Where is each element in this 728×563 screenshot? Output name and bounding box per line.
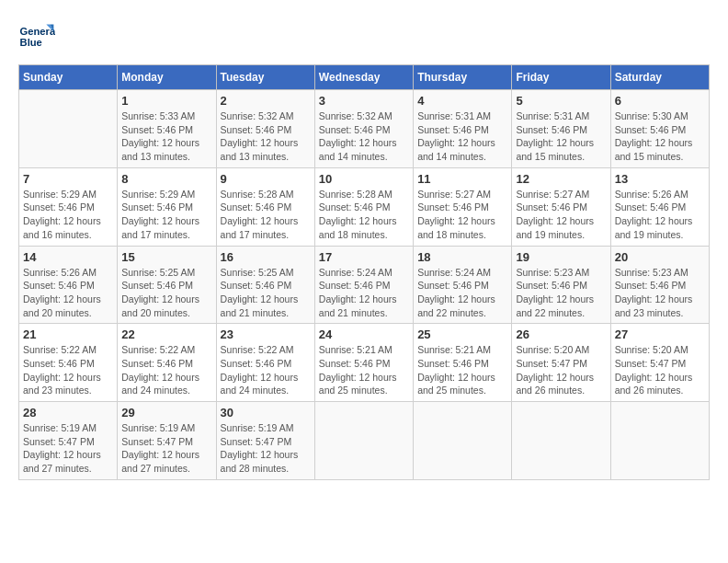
day-info: Sunrise: 5:31 AM Sunset: 5:46 PM Dayligh… <box>417 109 507 164</box>
day-info: Sunrise: 5:20 AM Sunset: 5:47 PM Dayligh… <box>615 343 705 397</box>
day-info: Sunrise: 5:23 AM Sunset: 5:46 PM Dayligh… <box>615 266 705 320</box>
calendar-cell: 17Sunrise: 5:24 AM Sunset: 5:46 PM Dayli… <box>314 246 413 324</box>
day-number: 18 <box>417 250 507 264</box>
day-number: 5 <box>516 94 606 108</box>
day-info: Sunrise: 5:28 AM Sunset: 5:46 PM Dayligh… <box>221 188 311 242</box>
calendar-cell: 25Sunrise: 5:21 AM Sunset: 5:46 PM Dayli… <box>414 324 512 402</box>
calendar-cell: 8Sunrise: 5:29 AM Sunset: 5:46 PM Daylig… <box>118 167 216 246</box>
day-info: Sunrise: 5:20 AM Sunset: 5:47 PM Dayligh… <box>516 343 606 397</box>
weekday-header: Tuesday <box>216 65 314 90</box>
calendar-cell: 19Sunrise: 5:23 AM Sunset: 5:46 PM Dayli… <box>512 246 610 324</box>
day-info: Sunrise: 5:30 AM Sunset: 5:46 PM Dayligh… <box>615 109 705 164</box>
calendar-cell: 2Sunrise: 5:32 AM Sunset: 5:46 PM Daylig… <box>216 90 314 168</box>
day-info: Sunrise: 5:26 AM Sunset: 5:46 PM Dayligh… <box>615 188 705 242</box>
day-info: Sunrise: 5:32 AM Sunset: 5:46 PM Dayligh… <box>221 109 311 164</box>
day-number: 9 <box>221 172 311 186</box>
calendar-cell: 30Sunrise: 5:19 AM Sunset: 5:47 PM Dayli… <box>216 402 314 480</box>
day-info: Sunrise: 5:22 AM Sunset: 5:46 PM Dayligh… <box>121 343 211 397</box>
day-number: 23 <box>221 327 311 341</box>
calendar-cell: 18Sunrise: 5:24 AM Sunset: 5:46 PM Dayli… <box>414 246 512 324</box>
calendar-cell: 22Sunrise: 5:22 AM Sunset: 5:46 PM Dayli… <box>118 324 216 402</box>
day-info: Sunrise: 5:19 AM Sunset: 5:47 PM Dayligh… <box>221 421 311 476</box>
day-info: Sunrise: 5:19 AM Sunset: 5:47 PM Dayligh… <box>121 421 211 476</box>
day-info: Sunrise: 5:26 AM Sunset: 5:46 PM Dayligh… <box>23 266 113 320</box>
day-info: Sunrise: 5:27 AM Sunset: 5:46 PM Dayligh… <box>417 188 507 242</box>
day-info: Sunrise: 5:32 AM Sunset: 5:46 PM Dayligh… <box>319 109 409 164</box>
calendar-cell: 26Sunrise: 5:20 AM Sunset: 5:47 PM Dayli… <box>512 324 610 402</box>
calendar-cell: 6Sunrise: 5:30 AM Sunset: 5:46 PM Daylig… <box>610 90 709 168</box>
weekday-header: Friday <box>512 65 610 90</box>
day-number: 22 <box>121 327 211 341</box>
calendar-cell: 3Sunrise: 5:32 AM Sunset: 5:46 PM Daylig… <box>314 90 413 168</box>
day-info: Sunrise: 5:28 AM Sunset: 5:46 PM Dayligh… <box>319 188 409 242</box>
day-number: 2 <box>221 94 311 108</box>
weekday-header: Sunday <box>19 65 118 90</box>
svg-text:Blue: Blue <box>20 37 42 48</box>
day-number: 3 <box>319 94 409 108</box>
calendar-cell: 12Sunrise: 5:27 AM Sunset: 5:46 PM Dayli… <box>512 167 610 246</box>
calendar-cell <box>314 402 413 480</box>
day-info: Sunrise: 5:31 AM Sunset: 5:46 PM Dayligh… <box>516 109 606 164</box>
calendar-cell <box>512 402 610 480</box>
page-header: General Blue <box>18 18 710 55</box>
weekday-header: Monday <box>118 65 216 90</box>
day-number: 14 <box>23 250 113 264</box>
calendar-cell: 24Sunrise: 5:21 AM Sunset: 5:46 PM Dayli… <box>314 324 413 402</box>
calendar-week-row: 7Sunrise: 5:29 AM Sunset: 5:46 PM Daylig… <box>19 167 710 246</box>
day-info: Sunrise: 5:21 AM Sunset: 5:46 PM Dayligh… <box>319 343 409 397</box>
day-number: 12 <box>516 172 606 186</box>
day-number: 13 <box>615 172 705 186</box>
day-number: 24 <box>319 327 409 341</box>
day-info: Sunrise: 5:27 AM Sunset: 5:46 PM Dayligh… <box>516 188 606 242</box>
calendar-cell: 13Sunrise: 5:26 AM Sunset: 5:46 PM Dayli… <box>610 167 709 246</box>
day-number: 4 <box>417 94 507 108</box>
day-number: 30 <box>221 406 311 419</box>
calendar-cell <box>414 402 512 480</box>
calendar-cell: 5Sunrise: 5:31 AM Sunset: 5:46 PM Daylig… <box>512 90 610 168</box>
day-number: 1 <box>121 94 211 108</box>
logo: General Blue <box>18 18 59 55</box>
general-blue-logo-icon: General Blue <box>18 18 55 55</box>
day-info: Sunrise: 5:29 AM Sunset: 5:46 PM Dayligh… <box>121 188 211 242</box>
calendar-week-row: 21Sunrise: 5:22 AM Sunset: 5:46 PM Dayli… <box>19 324 710 402</box>
weekday-header: Wednesday <box>314 65 413 90</box>
calendar-week-row: 14Sunrise: 5:26 AM Sunset: 5:46 PM Dayli… <box>19 246 710 324</box>
calendar-week-row: 28Sunrise: 5:19 AM Sunset: 5:47 PM Dayli… <box>19 402 710 480</box>
day-number: 27 <box>615 327 705 341</box>
calendar-cell: 10Sunrise: 5:28 AM Sunset: 5:46 PM Dayli… <box>314 167 413 246</box>
day-info: Sunrise: 5:29 AM Sunset: 5:46 PM Dayligh… <box>23 188 113 242</box>
day-number: 26 <box>516 327 606 341</box>
day-number: 7 <box>23 172 113 186</box>
day-number: 25 <box>417 327 507 341</box>
day-info: Sunrise: 5:19 AM Sunset: 5:47 PM Dayligh… <box>23 421 113 476</box>
day-info: Sunrise: 5:24 AM Sunset: 5:46 PM Dayligh… <box>319 266 409 320</box>
calendar-cell: 15Sunrise: 5:25 AM Sunset: 5:46 PM Dayli… <box>118 246 216 324</box>
calendar-cell: 27Sunrise: 5:20 AM Sunset: 5:47 PM Dayli… <box>610 324 709 402</box>
calendar-cell: 29Sunrise: 5:19 AM Sunset: 5:47 PM Dayli… <box>118 402 216 480</box>
calendar-cell: 23Sunrise: 5:22 AM Sunset: 5:46 PM Dayli… <box>216 324 314 402</box>
calendar-cell: 21Sunrise: 5:22 AM Sunset: 5:46 PM Dayli… <box>19 324 118 402</box>
calendar-cell: 7Sunrise: 5:29 AM Sunset: 5:46 PM Daylig… <box>19 167 118 246</box>
day-number: 20 <box>615 250 705 264</box>
calendar-cell: 20Sunrise: 5:23 AM Sunset: 5:46 PM Dayli… <box>610 246 709 324</box>
day-info: Sunrise: 5:22 AM Sunset: 5:46 PM Dayligh… <box>221 343 311 397</box>
day-number: 19 <box>516 250 606 264</box>
calendar-cell: 16Sunrise: 5:25 AM Sunset: 5:46 PM Dayli… <box>216 246 314 324</box>
calendar-cell: 28Sunrise: 5:19 AM Sunset: 5:47 PM Dayli… <box>19 402 118 480</box>
day-info: Sunrise: 5:21 AM Sunset: 5:46 PM Dayligh… <box>417 343 507 397</box>
day-number: 17 <box>319 250 409 264</box>
day-info: Sunrise: 5:24 AM Sunset: 5:46 PM Dayligh… <box>417 266 507 320</box>
day-info: Sunrise: 5:25 AM Sunset: 5:46 PM Dayligh… <box>121 266 211 320</box>
day-number: 28 <box>23 406 113 419</box>
day-number: 15 <box>121 250 211 264</box>
calendar-cell: 11Sunrise: 5:27 AM Sunset: 5:46 PM Dayli… <box>414 167 512 246</box>
calendar-cell: 1Sunrise: 5:33 AM Sunset: 5:46 PM Daylig… <box>118 90 216 168</box>
day-number: 21 <box>23 327 113 341</box>
day-number: 16 <box>221 250 311 264</box>
day-info: Sunrise: 5:25 AM Sunset: 5:46 PM Dayligh… <box>221 266 311 320</box>
calendar-cell: 9Sunrise: 5:28 AM Sunset: 5:46 PM Daylig… <box>216 167 314 246</box>
calendar-cell <box>19 90 118 168</box>
calendar-week-row: 1Sunrise: 5:33 AM Sunset: 5:46 PM Daylig… <box>19 90 710 168</box>
day-number: 10 <box>319 172 409 186</box>
weekday-header: Saturday <box>610 65 709 90</box>
